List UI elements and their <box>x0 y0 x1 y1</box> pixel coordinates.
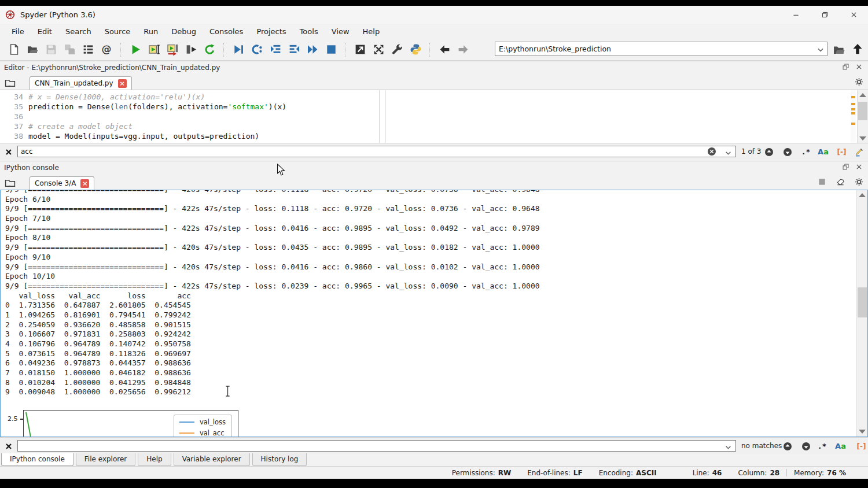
debug-stop-button[interactable] <box>322 41 340 58</box>
code-line-35[interactable]: 35prediction = Dense(len(folders), activ… <box>0 102 868 112</box>
whole-words-toggle-icon[interactable]: [-] <box>856 441 866 451</box>
menu-file[interactable]: File <box>6 25 30 38</box>
bottom-tab-history-log[interactable]: History log <box>252 453 307 466</box>
browse-directory-button[interactable] <box>832 43 847 57</box>
spyder-window: Spyder (Python 3.6) FileEditSearchSource… <box>0 0 868 488</box>
browse-tabs-icon[interactable] <box>5 78 16 87</box>
regex-toggle-icon[interactable]: .* <box>817 441 827 451</box>
whole-words-toggle-icon[interactable]: [-] <box>837 147 847 157</box>
code-line-34[interactable]: 34# x = Dense(1000, activation='relu')(x… <box>0 92 868 102</box>
new-file-button[interactable] <box>5 41 23 58</box>
code-line-38[interactable]: 38model = Model(inputs=vgg.input, output… <box>0 131 868 141</box>
rerun-button[interactable] <box>201 41 218 58</box>
close-pane-icon[interactable] <box>855 163 865 172</box>
highlight-matches-icon[interactable] <box>854 147 864 157</box>
save-button[interactable] <box>42 41 60 58</box>
undock-pane-icon[interactable] <box>842 63 851 72</box>
debug-into-button[interactable] <box>267 41 284 58</box>
at-symbol-button[interactable]: @ <box>98 41 115 58</box>
warning-mark <box>851 112 855 114</box>
fullscreen-button[interactable] <box>370 41 387 58</box>
working-directory-combo[interactable]: E:\pythonrun\Stroke_prediction <box>495 42 827 56</box>
search-history-chevron-icon[interactable] <box>724 442 732 450</box>
status-column: Column:28 <box>738 469 779 477</box>
scroll-up-icon[interactable] <box>859 93 866 97</box>
code-editor[interactable]: 34# x = Dense(1000, activation='relu')(x… <box>0 90 868 144</box>
debug-return-button[interactable] <box>285 41 303 58</box>
menu-search[interactable]: Search <box>60 25 97 38</box>
menu-source[interactable]: Source <box>99 25 137 38</box>
interrupt-kernel-icon[interactable] <box>818 178 827 187</box>
match-case-toggle-icon[interactable]: Aa <box>836 441 845 451</box>
close-button[interactable] <box>839 6 868 24</box>
tab-close-icon[interactable]: × <box>80 179 89 188</box>
console-scrollbar[interactable] <box>856 190 868 437</box>
clear-console-eraser-icon[interactable] <box>836 178 845 187</box>
bottom-tab-ipython-console[interactable]: IPython console <box>1 453 73 466</box>
match-case-toggle-icon[interactable]: Aa <box>818 147 828 157</box>
legend-line-sample <box>179 422 194 423</box>
debug-step-button[interactable] <box>248 41 266 58</box>
menu-run[interactable]: Run <box>138 25 164 38</box>
close-pane-icon[interactable] <box>855 63 865 72</box>
python-env-button[interactable] <box>407 41 424 58</box>
run-cell-button[interactable] <box>145 41 163 58</box>
scroll-up-icon[interactable] <box>859 193 866 197</box>
find-previous-button[interactable] <box>764 147 774 157</box>
browse-tabs-icon[interactable] <box>5 178 16 187</box>
menu-edit[interactable]: Edit <box>32 25 58 38</box>
find-previous-button[interactable] <box>782 441 792 451</box>
toolbar-groups: @ <box>0 41 472 58</box>
bottom-tab-help[interactable]: Help <box>138 453 171 466</box>
chevron-down-icon[interactable] <box>816 45 825 53</box>
console-output-line: 5 0.073615 0.964789 0.118326 0.969697 <box>5 349 867 359</box>
editor-scrollbar-thumb[interactable] <box>858 102 867 120</box>
close-find-icon[interactable] <box>5 442 13 450</box>
editor-scrollbar[interactable] <box>857 90 868 143</box>
run-cell-advance-button[interactable] <box>164 41 181 58</box>
console-options-gear-icon[interactable] <box>855 178 864 187</box>
restore-button[interactable] <box>810 6 839 24</box>
run-button[interactable] <box>127 41 144 58</box>
outline-button[interactable] <box>79 41 97 58</box>
preferences-wrench-button[interactable] <box>388 41 406 58</box>
debug-continue-button[interactable] <box>304 41 321 58</box>
scroll-down-icon[interactable] <box>859 136 866 141</box>
menu-projects[interactable]: Projects <box>251 25 292 38</box>
console-output[interactable]: 9/9 [==============================] - 4… <box>0 190 868 437</box>
parent-directory-button[interactable] <box>850 42 865 57</box>
scroll-down-icon[interactable] <box>859 430 866 434</box>
editor-tab[interactable]: CNN_Train_updated.py × <box>30 76 132 90</box>
menu-debug[interactable]: Debug <box>165 25 202 38</box>
maximize-pane-button[interactable] <box>351 41 369 58</box>
console-tab[interactable]: Console 3/A × <box>30 176 94 190</box>
bottom-tab-file-explorer[interactable]: File explorer <box>76 453 135 466</box>
search-history-chevron-icon[interactable] <box>724 148 732 156</box>
menu-help[interactable]: Help <box>357 25 386 38</box>
undock-pane-icon[interactable] <box>842 163 851 172</box>
forward-button[interactable] <box>454 41 472 58</box>
save-all-button[interactable] <box>61 41 78 58</box>
console-scrollbar-thumb[interactable] <box>858 287 867 317</box>
clear-search-icon[interactable] <box>707 147 716 156</box>
find-next-button[interactable] <box>782 147 792 157</box>
search-input[interactable] <box>17 146 736 157</box>
tab-close-icon[interactable]: × <box>118 79 127 88</box>
debug-file-button[interactable] <box>230 41 247 58</box>
minimize-button[interactable] <box>781 6 810 24</box>
back-button[interactable] <box>436 41 453 58</box>
editor-options-gear-icon[interactable] <box>855 77 864 87</box>
regex-toggle-icon[interactable]: .* <box>801 147 811 157</box>
chart-ytick-label: 2.5 <box>8 415 18 423</box>
search-input[interactable] <box>17 440 736 452</box>
open-file-button[interactable] <box>24 41 41 58</box>
menu-view[interactable]: View <box>326 25 355 38</box>
menu-tools[interactable]: Tools <box>294 25 324 38</box>
code-line-36[interactable]: 36 <box>0 112 868 121</box>
close-find-icon[interactable] <box>5 147 13 156</box>
run-selection-button[interactable] <box>182 41 200 58</box>
bottom-tab-variable-explorer[interactable]: Variable explorer <box>174 453 250 466</box>
menu-consoles[interactable]: Consoles <box>204 25 249 38</box>
code-line-37[interactable]: 37# create a model object <box>0 121 868 131</box>
find-next-button[interactable] <box>801 441 811 451</box>
